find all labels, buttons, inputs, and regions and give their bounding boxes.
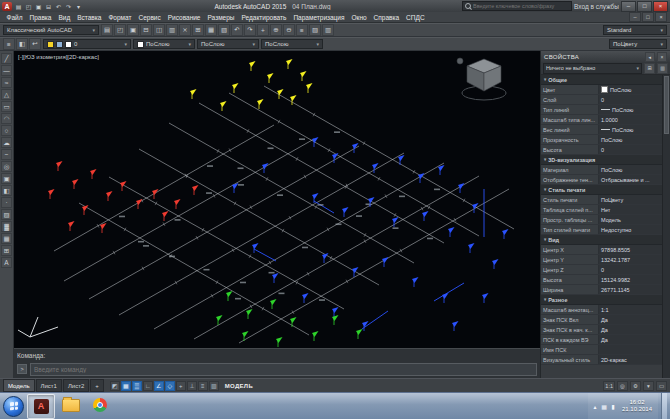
toggle-pickadd-button[interactable]: ⊞ — [644, 63, 655, 74]
property-value[interactable]: Нет — [599, 205, 663, 214]
qat-undo-icon[interactable]: ↶ — [54, 2, 63, 11]
annotation-scale-button[interactable]: 1:1 — [603, 381, 615, 391]
tray-expand-icon[interactable]: ▴ — [591, 401, 599, 411]
doc-close-button[interactable]: × — [655, 12, 667, 22]
gradient-tool-icon[interactable]: ▓ — [1, 221, 12, 232]
property-value[interactable]: ПоЦвету — [599, 195, 663, 204]
menu-item-СПДС[interactable]: СПДС — [403, 14, 428, 21]
zoom-realtime-icon[interactable]: ⊕ — [270, 24, 282, 36]
menu-item-Правка[interactable]: Правка — [26, 14, 55, 21]
drawing-canvas[interactable]: [-][ЮЗ изометрия][2D-каркас] — [14, 51, 540, 348]
viewport-controls[interactable]: [-][ЮЗ изометрия][2D-каркас] — [18, 54, 99, 60]
menu-item-Рисование[interactable]: Рисование — [164, 14, 204, 21]
quick-select-button[interactable]: ▥ — [657, 63, 668, 74]
zoom-previous-icon[interactable]: ⊖ — [283, 24, 295, 36]
menu-item-Вставка[interactable]: Вставка — [74, 14, 105, 21]
property-value[interactable]: Недоступно — [599, 225, 663, 234]
undo-icon[interactable]: ↶ — [231, 24, 243, 36]
menu-item-Размеры[interactable]: Размеры — [204, 14, 238, 21]
property-value[interactable]: 0 — [599, 265, 663, 274]
annotation-visibility-button[interactable]: ◎ — [617, 381, 628, 391]
property-value[interactable]: 0 — [599, 95, 663, 104]
selection-combo[interactable]: Ничего не выбрано ▾ — [543, 63, 642, 74]
menu-item-Справка[interactable]: Справка — [370, 14, 403, 21]
mtext-tool-icon[interactable]: A — [1, 257, 12, 268]
section-misc[interactable]: Разное — [541, 295, 663, 305]
polygon-tool-icon[interactable]: △ — [1, 89, 12, 100]
property-value[interactable]: ПоСлою — [599, 105, 663, 114]
viewcube[interactable] — [457, 58, 506, 100]
toggle-infer[interactable]: ◩ — [110, 381, 120, 391]
hatch-tool-icon[interactable]: ▨ — [1, 209, 12, 220]
layer-properties-icon[interactable]: ≡ — [3, 38, 15, 50]
text-style-combo[interactable]: Standard ▾ — [603, 25, 667, 35]
search-input[interactable] — [473, 3, 569, 9]
property-value[interactable]: Да — [599, 315, 663, 324]
property-value[interactable]: Да — [599, 335, 663, 344]
menu-item-Вид[interactable]: Вид — [55, 14, 74, 21]
menu-item-Редактировать[interactable]: Редактировать — [238, 14, 290, 21]
qat-redo-icon[interactable]: ↷ — [64, 2, 73, 11]
property-value[interactable]: Да — [599, 325, 663, 334]
workspace-gear-button[interactable]: ⚙ — [630, 381, 641, 391]
toggle-grid[interactable]: ▒ — [132, 381, 142, 391]
property-value[interactable]: ПоСлою — [599, 165, 663, 174]
properties-title-bar[interactable]: СВОЙСТВА ◂ × — [541, 51, 670, 62]
layer-states-icon[interactable]: ◧ — [16, 38, 28, 50]
line-tool-icon[interactable]: ╱ — [1, 53, 12, 64]
taskbar-chrome-button[interactable] — [87, 394, 113, 417]
toggle-transparency[interactable]: ▥ — [209, 381, 219, 391]
copy-icon[interactable]: ⊞ — [192, 24, 204, 36]
toggle-osnap[interactable]: ◇ — [165, 381, 175, 391]
minimize-button[interactable]: – — [621, 1, 636, 12]
publish-icon[interactable]: ▥ — [166, 24, 178, 36]
menu-item-Формат[interactable]: Формат — [105, 14, 135, 21]
tray-volume-icon[interactable]: ▮ — [609, 401, 617, 411]
taskbar-autocad-button[interactable]: A — [27, 394, 55, 419]
viewcube-home-icon[interactable] — [457, 58, 463, 64]
tool-palettes-icon[interactable]: ▥ — [322, 24, 334, 36]
property-value[interactable]: 1:1 — [599, 305, 663, 314]
start-button[interactable] — [3, 396, 24, 417]
doc-minimize-button[interactable]: – — [629, 12, 641, 22]
plot-preview-icon[interactable]: ◫ — [153, 24, 165, 36]
toggle-snap[interactable]: ▦ — [121, 381, 131, 391]
property-value[interactable]: ПоСлою — [599, 85, 663, 94]
tray-network-icon[interactable]: ▦ — [600, 401, 608, 411]
property-value[interactable]: 26771.1145 — [599, 285, 663, 294]
property-value[interactable]: 2D-каркас — [599, 355, 663, 364]
qat-new-icon[interactable]: ▤ — [14, 2, 23, 11]
show-desktop-button[interactable] — [661, 393, 667, 419]
property-value[interactable] — [599, 345, 663, 354]
save-icon[interactable]: ▣ — [127, 24, 139, 36]
status-menu-button[interactable]: ▾ — [643, 381, 654, 391]
scrollbar-thumb[interactable] — [664, 76, 669, 134]
qat-save-icon[interactable]: ▣ — [34, 2, 43, 11]
table-tool-icon[interactable]: ⊞ — [1, 245, 12, 256]
taskbar-clock[interactable]: 16:02 21.10.2014 — [619, 399, 655, 413]
pan-icon[interactable]: + — [257, 24, 269, 36]
menu-item-Сервис[interactable]: Сервис — [135, 14, 164, 21]
close-button[interactable]: × — [653, 1, 668, 12]
command-input[interactable] — [30, 363, 537, 376]
toggle-ortho[interactable]: ∟ — [143, 381, 153, 391]
properties-scrollbar[interactable] — [662, 75, 670, 378]
region-tool-icon[interactable]: ▦ — [1, 233, 12, 244]
qat-plot-icon[interactable]: ⊟ — [44, 2, 53, 11]
palette-autohide-icon[interactable]: ◂ — [645, 52, 655, 62]
maximize-button[interactable]: □ — [637, 1, 652, 12]
menu-item-Окно[interactable]: Окно — [348, 14, 370, 21]
layout-tab-Модель[interactable]: Модель — [3, 379, 35, 392]
layer-combo[interactable]: 0 ▾ — [43, 39, 131, 49]
design-center-icon[interactable]: ▨ — [309, 24, 321, 36]
construction-line-tool-icon[interactable]: — — [1, 65, 12, 76]
taskbar-explorer-button[interactable] — [58, 394, 84, 417]
plot-icon[interactable]: ⊟ — [140, 24, 152, 36]
cut-icon[interactable]: ⨯ — [179, 24, 191, 36]
property-value[interactable]: ПоСлою — [599, 135, 663, 144]
layout-tab-+[interactable]: + — [90, 379, 104, 392]
layout-tab-Лист1[interactable]: Лист1 — [36, 379, 62, 392]
signin-label[interactable]: Вход в службы — [574, 3, 619, 10]
section-general[interactable]: Общие — [541, 75, 663, 85]
revision-cloud-tool-icon[interactable]: ☁ — [1, 137, 12, 148]
